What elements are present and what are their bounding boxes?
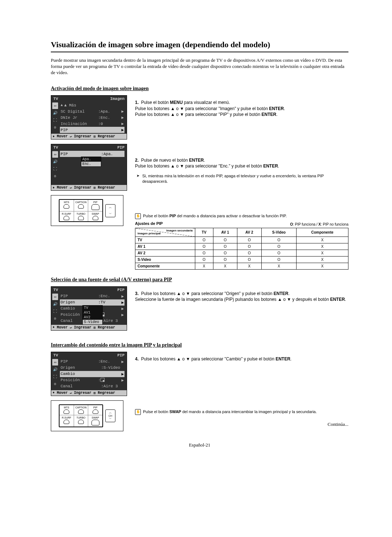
osd-imagen: TV Imagen ▭ 🔊 ⛶ ⚙ ▲▲ Más [51, 95, 127, 140]
osd-item: Origen: S-Video [60, 365, 124, 371]
tab-setup-icon: ⚙ [52, 173, 58, 179]
enter-icon: ↵ [70, 186, 72, 190]
chevron-up-icon: ︿ [109, 411, 112, 415]
chevron-up-icon: ︿ [109, 206, 112, 209]
position-icon [101, 378, 105, 382]
osd-option: Apa. [81, 157, 101, 162]
tab-sound-icon: 🔊 [52, 301, 58, 307]
col-head: AV 1 [213, 228, 237, 237]
osd-item: PIP: Enc.▶ [60, 293, 124, 299]
osd-more-row: ▲▲ Más [60, 102, 124, 108]
return-icon: ▥ [94, 186, 95, 190]
table-row: AV 1OOOOX [135, 243, 348, 250]
osd-title: PIP [117, 353, 124, 358]
return-icon: ▥ [94, 326, 95, 330]
remote-btn: CAPTION [74, 405, 89, 415]
osd-title: PIP [117, 288, 124, 292]
osd-item-origen: Origen: TV▶ TV AV1 AV2 S-Video [60, 299, 124, 306]
osd-item-pip: PIP: Apa. Apa. Enc. [60, 151, 124, 157]
osd-option: S-Video [83, 320, 102, 324]
remote-diagram: MTS CAPTION PIP R.SURF TURBO SWAP ︿ [51, 400, 123, 431]
osd-item: Posición: ▶ [60, 377, 124, 383]
osd-item: SC Digital: Apa.▶ [60, 108, 124, 114]
osd-option: Enc. [81, 162, 101, 166]
tab-sound-icon: 🔊 [52, 366, 58, 373]
divider [51, 52, 348, 52]
osd-item: Canal: Aire 3 [60, 383, 124, 389]
return-icon: ▥ [94, 134, 95, 138]
page-number: Español-21 [51, 442, 348, 448]
remote-btn: R.SURF [60, 211, 74, 221]
tab-sound-icon: 🔊 [52, 110, 58, 116]
step-2: 2. Pulse de nuevo el botón ENTER. Pulse … [135, 157, 348, 169]
osd-pip-origen: TV PIP ▭ 🔊 ⛶ ⚙ PIP: Enc.▶ Origen: TV▶ [51, 286, 127, 331]
table-row: TVOOOOX [135, 237, 348, 243]
chevron-down-icon: ﹀ [109, 212, 112, 216]
step-4: 4. Pulse los botones ▲ o ▼ para seleccio… [135, 356, 348, 362]
osd-source-label: TV [53, 145, 58, 150]
osd-item-cambio: Cambio▶ [60, 371, 124, 377]
return-icon: ▥ [94, 391, 95, 395]
osd-footer: ♦Mover ↵Ingresar ▥Regresar [51, 185, 127, 190]
osd-dropdown: TV AV1 AV2 S-Video [82, 305, 103, 325]
remote-swap-tip: ✋ Pulse el botón SWAP del mando a distan… [135, 409, 348, 415]
tab-picture-icon: ▭ [52, 151, 58, 158]
osd-footer: ♦Mover ↵Ingresar ▥Regresar [51, 325, 127, 330]
tab-picture-icon: ▭ [52, 294, 58, 300]
tab-picture-icon: ▭ [52, 102, 58, 109]
osd-item-pip: PIP ▶ [60, 127, 124, 133]
updown-icon: ♦ [53, 186, 54, 190]
col-head: AV 2 [237, 228, 262, 237]
osd-option: TV [83, 306, 102, 310]
table-row: ComponenteXXXXX [135, 263, 348, 269]
remote-ch-rocker: ︿ ﹀ [105, 204, 115, 217]
step-3: 3. Pulse los botones ▲ o ▼ para seleccio… [135, 291, 348, 302]
remote-btn: TURBO [74, 211, 89, 221]
remote-btn: TURBO [74, 415, 89, 427]
remote-btn: MTS [60, 405, 74, 415]
remote-btn-pip: PIP [88, 200, 102, 211]
page-title: Visualización de imagen sobre imagen (de… [51, 40, 348, 49]
tab-sound-icon: 🔊 [52, 158, 58, 165]
compat-legend: O: PIP funciona / X: PIP no funciona [290, 222, 348, 226]
tab-setup-icon: ⚙ [52, 315, 58, 322]
osd-source-label: TV [53, 97, 58, 101]
hand-icon: ✋ [135, 409, 141, 415]
pip-compat-table: Imagen secundaria Imagen principal TV AV… [135, 228, 348, 270]
tab-picture-icon: ▭ [52, 359, 58, 366]
updown-icon: ♦ [53, 135, 54, 138]
intro-paragraph: Puede mostrar una imagen secundaria dent… [51, 57, 348, 76]
updown-icon: ♦ [53, 391, 54, 395]
col-head: Componente [297, 228, 348, 237]
hand-icon: ✋ [135, 213, 141, 219]
updown-icon: ♦ [53, 326, 54, 329]
table-row: S-VideoOOOOX [135, 256, 348, 263]
tab-channel-icon: ⛶ [52, 308, 58, 315]
osd-footer: ♦Mover ↵Ingresar ▥Regresar [51, 390, 127, 396]
tab-channel-icon: ⛶ [52, 166, 58, 172]
step-1: 1. Pulse el botón MENU para visualizar e… [135, 100, 348, 117]
tab-channel-icon: ⛶ [52, 117, 58, 124]
osd-dropdown: Apa. Enc. [81, 157, 101, 167]
remote-btn: R.SURF [60, 415, 74, 427]
section-swap-heading: Intercambio del contenido entre la image… [51, 342, 348, 348]
remote-btn-swap: SWAP [88, 415, 102, 427]
osd-source-label: TV [53, 353, 58, 358]
step-2-note: Si, mientras mira la televisión en el mo… [135, 173, 348, 184]
osd-title: Imagen [110, 97, 124, 101]
osd-pip-cambio: TV PIP ▭ 🔊 ⛶ ⚙ PIP: Enc.▶ Origen: S-Vide… [51, 352, 127, 396]
osd-pip-enable: TV PIP ▭ 🔊 ⛶ ⚙ PIP: Apa. [51, 144, 127, 191]
chevron-down-icon: ﹀ [109, 417, 112, 421]
osd-option: AV2 [83, 315, 102, 320]
osd-title: PIP [117, 145, 124, 150]
remote-btn: MTS [60, 200, 74, 211]
remote-btn: PIP [88, 405, 102, 415]
osd-item: Inclinación: 0▶ [60, 121, 124, 127]
remote-btn: CAPTION [74, 200, 89, 211]
table-corner: Imagen secundaria Imagen principal [135, 228, 195, 237]
col-head: S-Video [261, 228, 297, 237]
remote-btn: SWAP [88, 211, 102, 221]
remote-diagram: MTS CAPTION PIP R.SURF TURBO SWAP ︿ [51, 195, 123, 226]
enter-icon: ↵ [70, 134, 72, 138]
enter-icon: ↵ [70, 391, 72, 395]
